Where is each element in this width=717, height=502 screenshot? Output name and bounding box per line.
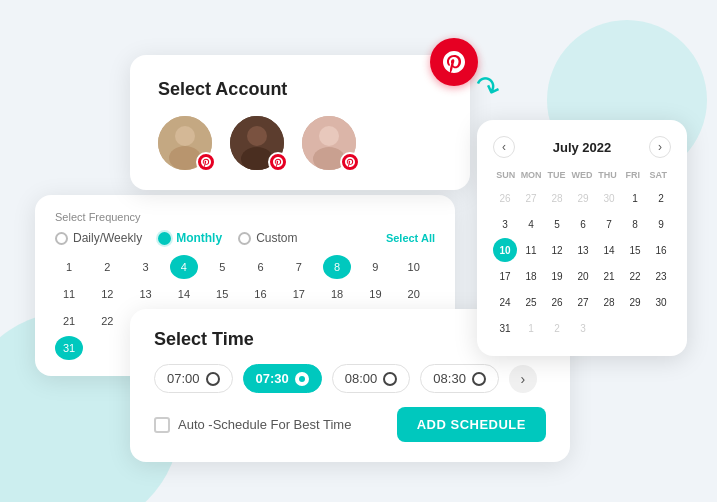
cal-cell-28[interactable]: 28 — [545, 186, 569, 210]
date-cell-7[interactable]: 7 — [285, 255, 313, 279]
select-all-button[interactable]: Select All — [386, 232, 435, 244]
option-custom[interactable]: Custom — [238, 231, 297, 245]
time-slot-icon-0730 — [295, 372, 309, 386]
cal-cell-20[interactable]: 20 — [571, 264, 595, 288]
date-cell-18[interactable]: 18 — [323, 282, 351, 306]
date-cell-17[interactable]: 17 — [285, 282, 313, 306]
date-cell-22[interactable]: 22 — [93, 309, 121, 333]
date-cell-3[interactable]: 3 — [132, 255, 160, 279]
date-cell-5[interactable]: 5 — [208, 255, 236, 279]
time-slot-0800[interactable]: 08:00 — [332, 364, 411, 393]
cal-cell-29[interactable]: 29 — [623, 290, 647, 314]
time-slot-label-0730: 07:30 — [256, 371, 289, 386]
cal-cell-empty — [597, 316, 621, 340]
calendar-next-button[interactable]: › — [649, 136, 671, 158]
date-cell-4[interactable]: 4 — [170, 255, 198, 279]
cal-cell-10[interactable]: 10 — [493, 238, 517, 262]
auto-schedule-checkbox-wrap[interactable]: Auto -Schedule For Best Time — [154, 417, 351, 433]
date-cell-13[interactable]: 13 — [132, 282, 160, 306]
cal-cell-8[interactable]: 8 — [623, 212, 647, 236]
time-slot-0700[interactable]: 07:00 — [154, 364, 233, 393]
option-monthly-label: Monthly — [176, 231, 222, 245]
cal-cell-31[interactable]: 31 — [493, 316, 517, 340]
option-monthly[interactable]: Monthly — [158, 231, 222, 245]
cal-cell-24[interactable]: 24 — [493, 290, 517, 314]
avatar-2[interactable] — [230, 116, 284, 170]
cal-cell-27[interactable]: 27 — [571, 290, 595, 314]
add-schedule-button[interactable]: ADD SCHEDULE — [397, 407, 546, 442]
auto-schedule-label: Auto -Schedule For Best Time — [178, 417, 351, 432]
cal-cell-4[interactable]: 4 — [519, 212, 543, 236]
cal-cell-30[interactable]: 30 — [649, 290, 673, 314]
cal-cell-1[interactable]: 1 — [519, 316, 543, 340]
time-slot-icon-0700 — [206, 372, 220, 386]
frequency-options: Daily/Weekly Monthly Custom Select All — [55, 231, 435, 245]
avatar-1-pinterest-badge — [196, 152, 216, 172]
date-cell-21[interactable]: 21 — [55, 309, 83, 333]
avatar-3-pinterest-badge — [340, 152, 360, 172]
date-cell-20[interactable]: 20 — [400, 282, 428, 306]
cal-cell-16[interactable]: 16 — [649, 238, 673, 262]
date-cell-16[interactable]: 16 — [246, 282, 274, 306]
date-cell-9[interactable]: 9 — [361, 255, 389, 279]
cal-cell-12[interactable]: 12 — [545, 238, 569, 262]
cal-cell-15[interactable]: 15 — [623, 238, 647, 262]
date-cell-1[interactable]: 1 — [55, 255, 83, 279]
date-cell-12[interactable]: 12 — [93, 282, 121, 306]
cal-cell-22[interactable]: 22 — [623, 264, 647, 288]
cal-cell-1[interactable]: 1 — [623, 186, 647, 210]
date-cell-14[interactable]: 14 — [170, 282, 198, 306]
date-cell-10[interactable]: 10 — [400, 255, 428, 279]
calendar-card: ‹ July 2022 › SUNMONTUEWEDTHUFRISAT 2627… — [477, 120, 687, 356]
cal-cell-27[interactable]: 27 — [519, 186, 543, 210]
date-cell-11[interactable]: 11 — [55, 282, 83, 306]
cal-cell-6[interactable]: 6 — [571, 212, 595, 236]
option-daily-weekly-label: Daily/Weekly — [73, 231, 142, 245]
cal-day-name-tue: TUE — [544, 168, 569, 182]
cal-cell-empty — [623, 316, 647, 340]
calendar-days-header: SUNMONTUEWEDTHUFRISAT — [493, 168, 671, 182]
cal-cell-5[interactable]: 5 — [545, 212, 569, 236]
cal-cell-17[interactable]: 17 — [493, 264, 517, 288]
time-slot-label-0700: 07:00 — [167, 371, 200, 386]
frequency-label: Select Frequency — [55, 211, 435, 223]
date-cell-8[interactable]: 8 — [323, 255, 351, 279]
cal-cell-11[interactable]: 11 — [519, 238, 543, 262]
cal-cell-14[interactable]: 14 — [597, 238, 621, 262]
cal-cell-3[interactable]: 3 — [571, 316, 595, 340]
time-slot-icon-0830 — [472, 372, 486, 386]
cal-cell-19[interactable]: 19 — [545, 264, 569, 288]
cal-cell-2[interactable]: 2 — [545, 316, 569, 340]
auto-schedule-checkbox[interactable] — [154, 417, 170, 433]
cal-cell-9[interactable]: 9 — [649, 212, 673, 236]
date-cell-15[interactable]: 15 — [208, 282, 236, 306]
cal-cell-13[interactable]: 13 — [571, 238, 595, 262]
cal-cell-3[interactable]: 3 — [493, 212, 517, 236]
cal-cell-26[interactable]: 26 — [545, 290, 569, 314]
cal-cell-2[interactable]: 2 — [649, 186, 673, 210]
cal-cell-25[interactable]: 25 — [519, 290, 543, 314]
option-daily-weekly[interactable]: Daily/Weekly — [55, 231, 142, 245]
cal-cell-29[interactable]: 29 — [571, 186, 595, 210]
cal-cell-28[interactable]: 28 — [597, 290, 621, 314]
cal-cell-23[interactable]: 23 — [649, 264, 673, 288]
date-cell-6[interactable]: 6 — [246, 255, 274, 279]
cal-cell-21[interactable]: 21 — [597, 264, 621, 288]
calendar-prev-button[interactable]: ‹ — [493, 136, 515, 158]
cal-cell-30[interactable]: 30 — [597, 186, 621, 210]
radio-monthly — [158, 232, 171, 245]
cal-cell-26[interactable]: 26 — [493, 186, 517, 210]
calendar-grid: 2627282930123456789101112131415161718192… — [493, 186, 671, 340]
cal-day-name-thu: THU — [595, 168, 620, 182]
calendar-header: ‹ July 2022 › — [493, 136, 671, 158]
date-cell-2[interactable]: 2 — [93, 255, 121, 279]
time-slot-0830[interactable]: 08:30 — [420, 364, 499, 393]
date-cell-19[interactable]: 19 — [361, 282, 389, 306]
cal-cell-18[interactable]: 18 — [519, 264, 543, 288]
avatar-1[interactable] — [158, 116, 212, 170]
date-cell-31[interactable]: 31 — [55, 336, 83, 360]
cal-cell-7[interactable]: 7 — [597, 212, 621, 236]
avatar-3[interactable] — [302, 116, 356, 170]
time-next-button[interactable]: › — [509, 365, 537, 393]
time-slot-0730[interactable]: 07:30 — [243, 364, 322, 393]
